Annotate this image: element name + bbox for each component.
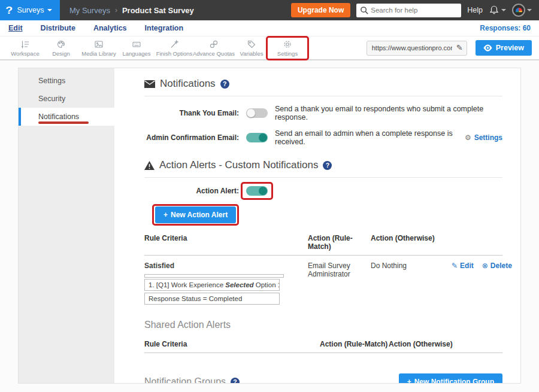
top-bar: ? Surveys My Surveys › Product Sat Surve… <box>0 0 539 20</box>
sidebar-item-notifications[interactable]: Notifications <box>19 108 114 126</box>
help-search <box>356 4 461 17</box>
chevron-down-icon <box>47 9 52 11</box>
new-notification-group-label: New Notification Group <box>414 378 494 383</box>
shared-action-alerts-title: Shared Action Alerts <box>144 320 502 330</box>
tab-integration[interactable]: Integration <box>145 24 184 32</box>
sidebar-item-security[interactable]: Security <box>19 90 114 108</box>
finish-options-wand-icon <box>169 39 179 49</box>
media-library-icon <box>94 39 104 49</box>
tab-distribute[interactable]: Distribute <box>41 24 75 32</box>
column-header-action-otherwise: Action (Otherwise) <box>371 234 452 255</box>
surveys-product-menu[interactable]: Surveys <box>17 6 52 14</box>
design-palette-icon <box>56 39 66 49</box>
edit-action-alert-link[interactable]: ✎ Edit <box>452 262 474 270</box>
action-alert-toggle[interactable] <box>246 186 268 196</box>
tab-edit[interactable]: Edit <box>8 24 23 32</box>
row-actions: ✎ Edit ⊗ Delete <box>452 256 512 306</box>
toolbar-item-settings[interactable]: Settings <box>270 38 305 58</box>
survey-url-input[interactable] <box>367 41 467 56</box>
plus-icon: + <box>407 378 411 383</box>
avatar <box>512 4 525 17</box>
column-header-action-rule-match: Action (Rule-Match) <box>308 234 371 255</box>
settings-gear-icon <box>283 39 292 49</box>
action-alert-toggle-row: Action Alert: <box>144 186 502 196</box>
preview-label: Preview <box>496 44 524 52</box>
breadcrumb-separator: › <box>115 6 117 14</box>
chevron-down-icon <box>527 9 532 11</box>
notifications-bell-menu[interactable] <box>489 5 506 16</box>
delete-circle-icon: ⊗ <box>482 262 488 270</box>
preview-button[interactable]: Preview <box>476 40 532 56</box>
toolbar-item-label: Media Library <box>81 50 116 57</box>
help-question-icon[interactable]: ? <box>323 161 332 170</box>
new-action-alert-label: New Action Alert <box>171 211 228 219</box>
toolbar-item-design[interactable]: Design <box>43 38 79 58</box>
toolbar-item-languages[interactable]: Languages <box>119 38 155 58</box>
surveys-menu-label: Surveys <box>17 6 44 14</box>
annotation-underline-notifications <box>38 121 89 124</box>
edit-url-pencil-icon[interactable]: ✎ <box>456 43 463 52</box>
help-link[interactable]: Help <box>467 6 483 14</box>
action-rule-match-cell: Email Survey Administrator <box>308 256 371 306</box>
eye-icon <box>483 44 492 51</box>
toolbar-item-finish-options[interactable]: Finish Options <box>155 38 194 58</box>
notifications-section-header: Notifications ? <box>144 78 502 90</box>
settings-page: Settings Security Notifications Notifica… <box>0 60 539 384</box>
action-alerts-section-header: Action Alerts - Custom Notifications ? <box>144 159 502 171</box>
action-otherwise-cell: Do Nothing <box>371 256 452 306</box>
settings-sidebar: Settings Security Notifications <box>19 68 114 383</box>
section-title: Notifications <box>160 78 216 90</box>
column-header-action-otherwise: Action (Otherwise) <box>389 340 502 353</box>
help-question-icon[interactable]: ? <box>231 378 240 384</box>
sidebar-item-label: Settings <box>38 77 65 85</box>
toolbar-item-advance-quotas[interactable]: Advance Quotas <box>194 38 234 58</box>
toolbar-item-media-library[interactable]: Media Library <box>79 38 119 58</box>
sidebar-item-label: Notifications <box>38 113 79 121</box>
rule-match-type: Satisfied <box>144 262 308 270</box>
sidebar-item-settings[interactable]: Settings <box>19 72 114 90</box>
languages-keyboard-icon <box>132 39 141 49</box>
account-menu[interactable] <box>512 4 532 17</box>
new-notification-group-button[interactable]: + New Notification Group <box>399 373 502 383</box>
search-icon <box>360 6 369 15</box>
thank-you-email-row: Thank You Email: Send a thank you email … <box>144 105 502 121</box>
variables-tag-icon <box>247 39 256 49</box>
tab-analytics[interactable]: Analytics <box>93 24 127 32</box>
admin-email-settings-link[interactable]: ⚙ Settings <box>465 133 502 142</box>
criteria-condition: 1. [Q1] Work Experience Selected Option … <box>144 279 280 291</box>
brand-menu[interactable]: ? Surveys <box>0 0 60 20</box>
new-action-alert-button[interactable]: + New Action Alert <box>155 206 236 223</box>
thank-you-email-label: Thank You Email: <box>144 109 239 117</box>
upgrade-now-button[interactable]: Upgrade Now <box>291 3 350 17</box>
divider <box>144 96 502 96</box>
toolbar-item-label: Finish Options <box>156 50 193 57</box>
responses-count[interactable]: Responses: 60 <box>480 24 531 32</box>
rule-criteria-cell: Satisfied 1. [Q1] Work Experience Select… <box>144 256 308 306</box>
delete-action-alert-link[interactable]: ⊗ Delete <box>482 262 512 270</box>
help-question-icon[interactable]: ? <box>220 80 229 89</box>
breadcrumb: My Surveys › Product Sat Survey <box>69 6 194 15</box>
breadcrumb-my-surveys[interactable]: My Surveys <box>69 6 110 15</box>
column-header-rule-criteria: Rule Criteria <box>144 234 308 255</box>
admin-email-settings-label: Settings <box>474 133 502 142</box>
workspace-icon <box>20 39 30 49</box>
help-search-input[interactable] <box>356 4 461 17</box>
toolbar-item-variables[interactable]: Variables <box>234 38 270 58</box>
admin-confirmation-email-toggle[interactable] <box>246 133 268 142</box>
advance-quotas-links-icon <box>209 39 219 49</box>
thank-you-email-toggle[interactable] <box>246 108 268 118</box>
criteria-condition: Response Status = Completed <box>144 293 280 305</box>
warning-triangle-icon <box>144 161 155 170</box>
settings-card: Settings Security Notifications Notifica… <box>18 68 521 384</box>
plus-icon: + <box>163 211 168 219</box>
column-header-action-rule-match: Action (Rule-Match) <box>320 340 389 353</box>
toolbar-item-label: Design <box>52 50 70 57</box>
section-title: Action Alerts - Custom Notifications <box>159 159 318 171</box>
notification-groups-title: Notification Groups <box>144 376 226 383</box>
envelope-icon <box>144 80 155 88</box>
toolbar-item-label: Workspace <box>11 50 39 57</box>
toolbar-item-workspace[interactable]: Workspace <box>7 38 43 58</box>
gear-icon: ⚙ <box>465 133 471 142</box>
questionpro-logo-icon: ? <box>5 5 13 16</box>
divider <box>144 177 502 178</box>
